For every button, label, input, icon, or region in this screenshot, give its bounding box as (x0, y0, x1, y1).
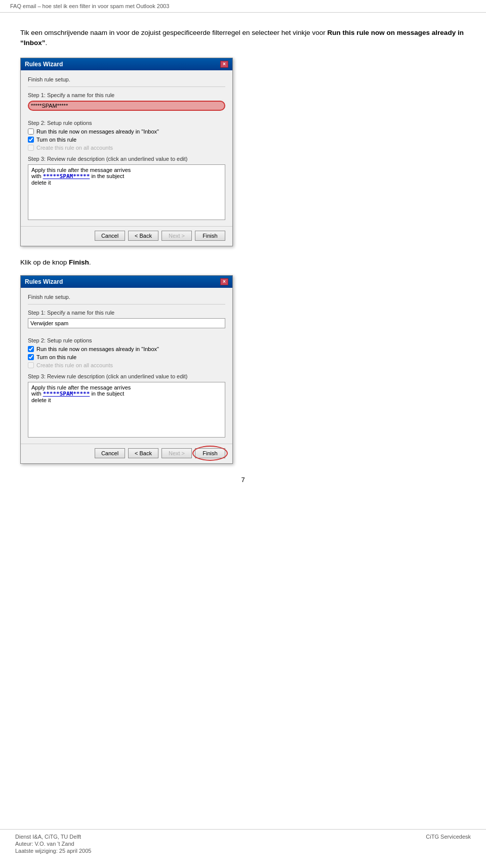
dialog1-checkbox2-row: Turn on this rule (28, 137, 225, 143)
dialog2-body: Finish rule setup. Step 1: Specify a nam… (21, 288, 232, 444)
dialog2-name-input[interactable] (28, 318, 225, 328)
intro-text-start: Tik een omschrijvende naam in voor de zo… (20, 29, 328, 36)
dialog2-close-button[interactable]: × (220, 278, 228, 285)
footer-author: Auteur: V.O. van 't Zand (15, 841, 91, 847)
dialog1-name-input[interactable] (28, 101, 225, 111)
dialog1-desc-line3: delete it (31, 180, 51, 186)
dialog2-finish-button[interactable]: Finish (195, 448, 225, 458)
footer-service: Dienst I&A, CiTG, TU Delft (15, 834, 91, 840)
dialog1-divider1 (28, 86, 225, 87)
dialog1-desc-line2-post: in the subject (90, 173, 124, 179)
footer-date: Laatste wijziging: 25 april 2005 (15, 848, 91, 854)
dialog2-wrapper: Rules Wizard × Finish rule setup. Step 1… (20, 275, 466, 464)
dialog1-checkbox3-label: Create this rule on all accounts (36, 145, 113, 151)
dialog1-step2-label: Step 2: Setup rule options (28, 120, 225, 126)
dialog2-checkbox1[interactable] (28, 346, 34, 352)
dialog2-checkbox3 (28, 362, 34, 368)
dialog1-cancel-button[interactable]: Cancel (95, 231, 125, 241)
dialog1-checkbox1-label: Run this rule now on messages already in… (36, 128, 159, 135)
main-content: Tik een omschrijvende naam in voor de zo… (0, 23, 486, 524)
dialog1-wrapper: Rules Wizard × Finish rule setup. Step 1… (20, 58, 466, 246)
footer-citg: CiTG Servicedesk (426, 834, 471, 840)
page-header: FAQ email – hoe stel ik een filter in vo… (0, 0, 486, 13)
dialog1-titlebar: Rules Wizard × (21, 58, 232, 70)
dialog1-step1-label: Step 1: Specify a name for this rule (28, 92, 225, 98)
dialog1-next-button: Next > (161, 231, 192, 241)
dialog2-divider1 (28, 304, 225, 305)
intro-text-end: . (46, 39, 48, 47)
dialog2-checkbox1-label: Run this rule now on messages already in… (36, 346, 159, 352)
caption1-paragraph: Klik op de knop Finish. (20, 258, 466, 266)
dialog1-back-button[interactable]: < Back (128, 231, 158, 241)
dialog1-desc-line1: Apply this rule after the message arrive… (31, 167, 131, 173)
dialog2-step1-label: Step 1: Specify a name for this rule (28, 310, 225, 316)
page-number: 7 (20, 476, 466, 484)
caption1-text: Klik op de knop (20, 258, 69, 266)
dialog2-checkbox3-label: Create this rule on all accounts (36, 362, 113, 368)
dialog1-finish-button[interactable]: Finish (195, 231, 225, 241)
dialog2-titlebar: Rules Wizard × (21, 276, 232, 288)
dialog2-checkbox1-row: Run this rule now on messages already in… (28, 346, 225, 352)
dialog2-step3-label: Step 3: Review rule description (click a… (28, 373, 225, 379)
dialog2-footer: Cancel < Back Next > Finish (21, 444, 232, 463)
rules-wizard-dialog-2: Rules Wizard × Finish rule setup. Step 1… (20, 275, 233, 464)
dialog2-checkbox3-row: Create this rule on all accounts (28, 362, 225, 368)
dialog2-checkbox2[interactable] (28, 354, 34, 360)
dialog2-desc-line2-pre: with (31, 390, 43, 397)
dialog1-close-button[interactable]: × (220, 61, 228, 68)
dialog2-cancel-button[interactable]: Cancel (95, 448, 125, 458)
dialog2-title: Rules Wizard (25, 278, 63, 285)
dialog1-checkbox3-row: Create this rule on all accounts (28, 145, 225, 151)
dialog1-description-box: Apply this rule after the message arrive… (28, 164, 225, 220)
dialog2-desc-link[interactable]: *****SPAM***** (43, 390, 90, 397)
dialog1-step3-label: Step 3: Review rule description (click a… (28, 156, 225, 162)
dialog2-next-button: Next > (161, 448, 192, 458)
dialog1-checkbox2-label: Turn on this rule (36, 137, 76, 143)
dialog1-checkbox2[interactable] (28, 137, 34, 143)
dialog1-checkbox1[interactable] (28, 128, 34, 135)
rules-wizard-dialog-1: Rules Wizard × Finish rule setup. Step 1… (20, 58, 233, 246)
dialog2-back-button[interactable]: < Back (128, 448, 158, 458)
dialog1-title: Rules Wizard (25, 61, 63, 68)
dialog1-desc-line2-pre: with (31, 173, 43, 179)
dialog2-description-box: Apply this rule after the message arrive… (28, 382, 225, 438)
dialog2-step2-label: Step 2: Setup rule options (28, 337, 225, 343)
dialog1-desc-link[interactable]: *****SPAM***** (43, 173, 90, 180)
dialog2-checkbox2-label: Turn on this rule (36, 354, 76, 360)
footer-left: Dienst I&A, CiTG, TU Delft Auteur: V.O. … (15, 834, 91, 854)
dialog2-section-title: Finish rule setup. (28, 294, 225, 300)
dialog1-checkbox3 (28, 145, 34, 151)
dialog2-finish-btn-wrapper: Finish (195, 448, 225, 458)
dialog2-desc-line1: Apply this rule after the message arrive… (31, 384, 131, 390)
dialog2-desc-line2-post: in the subject (90, 390, 124, 397)
footer-right: CiTG Servicedesk (426, 834, 471, 840)
dialog2-checkbox2-row: Turn on this rule (28, 354, 225, 360)
caption1-bold: Finish (69, 258, 89, 266)
dialog1-section-title: Finish rule setup. (28, 76, 225, 82)
dialog1-body: Finish rule setup. Step 1: Specify a nam… (21, 70, 232, 226)
header-title: FAQ email – hoe stel ik een filter in vo… (10, 3, 169, 9)
intro-paragraph: Tik een omschrijvende naam in voor de zo… (20, 28, 466, 49)
page-footer: Dienst I&A, CiTG, TU Delft Auteur: V.O. … (0, 829, 486, 858)
dialog2-desc-line3: delete it (31, 397, 51, 403)
dialog1-footer: Cancel < Back Next > Finish (21, 226, 232, 246)
dialog1-checkbox1-row: Run this rule now on messages already in… (28, 128, 225, 135)
